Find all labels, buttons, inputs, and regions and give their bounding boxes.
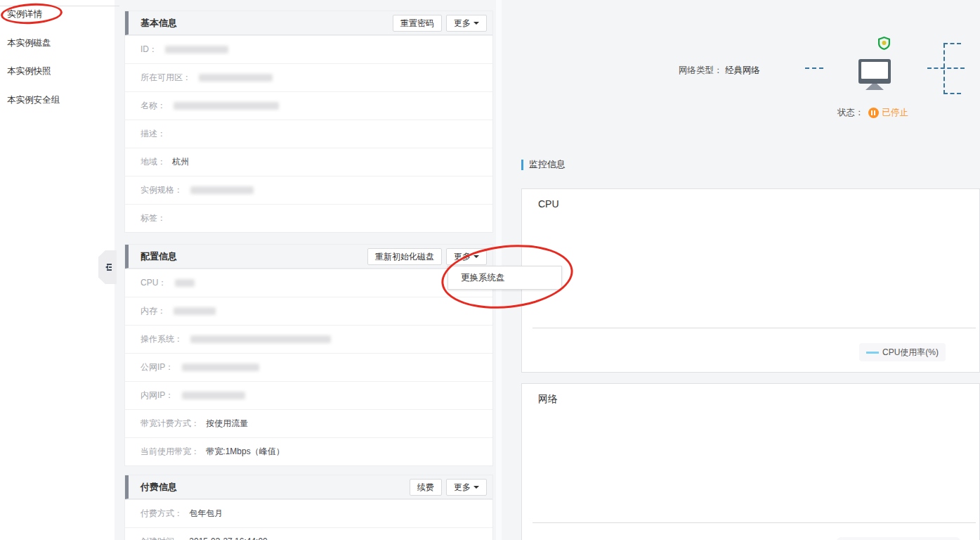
topology-connector-line [805, 68, 823, 69]
section-accent-bar [521, 160, 523, 170]
info-row-current-bandwidth: 当前使用带宽： 带宽:1Mbps（峰值） [125, 437, 492, 465]
config-info-more-button[interactable]: 更多 [446, 248, 487, 265]
billing-info-header: 付费信息 续费 更多 [125, 475, 492, 499]
sidebar-top-divider [0, 6, 119, 6]
field-label: 名称： [141, 101, 166, 110]
field-label: 地域： [141, 157, 166, 167]
config-info-header: 配置信息 重新初始化磁盘 更多 [125, 245, 492, 269]
network-type-value: 经典网络 [725, 65, 760, 75]
sidebar-item-instance-security-groups[interactable]: 本实例安全组 [0, 86, 115, 115]
server-monitor-icon [858, 59, 891, 84]
reset-password-button[interactable]: 重置密码 [393, 15, 442, 32]
chevron-down-icon [473, 22, 479, 25]
redacted-value [190, 186, 254, 194]
billing-info-more-button[interactable]: 更多 [446, 479, 487, 496]
instance-detail-page: 实例详情 本实例磁盘 本实例快照 本实例安全组 基本信息 重置密码 更多 ID：… [0, 0, 980, 540]
sidebar-item-instance-snapshots[interactable]: 本实例快照 [0, 57, 115, 86]
topology-dashed-cross-line [927, 68, 965, 69]
legend-label: CPU使用率(%) [882, 347, 939, 359]
chevron-down-icon [473, 486, 479, 489]
field-value: 2015-03-27 16:44:00 [189, 536, 267, 540]
billing-info-card: 付费信息 续费 更多 付费方式： 包年包月 创建时间： 2015-03-27 1… [124, 475, 493, 540]
field-label: 付费方式： [141, 508, 183, 518]
redacted-value [190, 335, 331, 343]
cpu-chart-axis [533, 328, 976, 328]
redacted-value [175, 279, 195, 287]
cpu-usage-legend[interactable]: CPU使用率(%) [859, 343, 946, 361]
field-label: 描述： [141, 129, 166, 139]
field-label: 内存： [141, 306, 166, 316]
basic-info-more-button[interactable]: 更多 [446, 15, 487, 32]
field-label: CPU： [141, 278, 166, 288]
redacted-value [182, 392, 245, 399]
network-chart-title: 网络 [538, 393, 558, 406]
field-label: 创建时间： [141, 536, 183, 540]
redacted-value [199, 74, 273, 82]
chevron-down-icon [473, 255, 479, 258]
monitoring-section-title: 监控信息 [521, 158, 566, 171]
field-value: 带宽:1Mbps（峰值） [206, 446, 284, 456]
info-row-billing-method: 付费方式： 包年包月 [125, 499, 492, 527]
info-row-zone: 所在可用区： [125, 63, 492, 91]
topology-dashed-bracket [943, 44, 945, 94]
legend-line-icon [866, 352, 879, 354]
security-shield-icon [878, 37, 890, 50]
redacted-value [182, 364, 259, 371]
network-chart-axis [533, 522, 976, 523]
info-row-region: 地域： 杭州 [125, 148, 492, 176]
network-type: 网络类型： 经典网络 [679, 65, 760, 77]
topology-dashed-bracket-bottom [943, 93, 961, 94]
info-row-cpu: CPU： [125, 269, 492, 297]
field-label: ID： [141, 44, 157, 54]
config-more-dropdown: 更换系统盘 [447, 266, 562, 290]
sidebar-menu: 实例详情 本实例磁盘 本实例快照 本实例安全组 [0, 0, 115, 114]
sidebar-item-instance-detail[interactable]: 实例详情 [0, 0, 115, 29]
network-type-label: 网络类型： [679, 65, 723, 75]
monitoring-title-text: 监控信息 [529, 158, 566, 171]
config-info-title: 配置信息 [141, 250, 363, 263]
sidebar-item-instance-disks[interactable]: 本实例磁盘 [0, 29, 115, 58]
basic-info-header: 基本信息 重置密码 更多 [125, 11, 492, 35]
cpu-chart-title: CPU [538, 198, 559, 210]
redacted-value [174, 307, 216, 315]
cpu-chart-panel: CPU CPU使用率(%) [521, 188, 980, 373]
info-row-tags: 标签： [125, 204, 492, 232]
paused-status-icon [868, 108, 879, 118]
field-label: 当前使用带宽： [141, 446, 200, 456]
renew-button[interactable]: 续费 [410, 479, 442, 496]
info-row-os: 操作系统： [125, 325, 492, 353]
billing-info-title: 付费信息 [141, 481, 405, 494]
info-row-name: 名称： [125, 91, 492, 120]
info-row-public-ip: 公网IP： [125, 353, 492, 381]
redacted-value [174, 102, 279, 110]
field-value: 杭州 [172, 157, 189, 167]
field-label: 带宽计费方式： [141, 418, 200, 428]
monitor-screen-face [861, 62, 888, 79]
network-chart-legend[interactable] [837, 537, 960, 540]
info-row-memory: 内存： [125, 297, 492, 325]
info-row-id: ID： [125, 35, 492, 63]
info-row-description: 描述： [125, 120, 492, 148]
field-label: 所在可用区： [141, 72, 191, 82]
sidebar: 实例详情 本实例磁盘 本实例快照 本实例安全组 [0, 0, 115, 540]
basic-info-title: 基本信息 [141, 17, 388, 30]
sidebar-collapse-handle[interactable] [98, 250, 117, 284]
network-chart-panel: 网络 [521, 383, 980, 540]
info-row-instance-type: 实例规格： [125, 176, 492, 204]
info-row-bandwidth-billing: 带宽计费方式： 按使用流量 [125, 409, 492, 437]
field-label: 公网IP： [141, 362, 174, 372]
collapse-sidebar-icon [103, 262, 112, 272]
monitor-stand [865, 84, 884, 90]
status-value: 已停止 [882, 107, 909, 119]
info-row-private-ip: 内网IP： [125, 381, 492, 409]
basic-info-card: 基本信息 重置密码 更多 ID： 所在可用区： 名称： 描述： 地域： 杭州 实… [124, 11, 493, 233]
field-label: 实例规格： [141, 185, 183, 195]
status-label: 状态： [837, 107, 864, 119]
field-value: 包年包月 [189, 508, 223, 518]
field-label: 操作系统： [141, 334, 183, 344]
change-system-disk-menu-item[interactable]: 更换系统盘 [448, 266, 561, 289]
reinit-disk-button[interactable]: 重新初始化磁盘 [367, 248, 442, 265]
redacted-value [165, 46, 228, 53]
config-info-card: 配置信息 重新初始化磁盘 更多 CPU： 内存： 操作系统： 公网IP： 内网I… [124, 244, 493, 466]
field-label: 内网IP： [141, 390, 174, 400]
